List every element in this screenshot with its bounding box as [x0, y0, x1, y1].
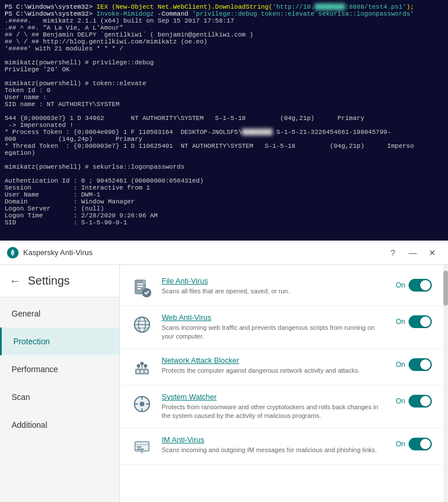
terminal-line: [5, 52, 443, 59]
file-antivirus-info: File Anti-Virus Scans all files that are…: [162, 277, 387, 296]
terminal-line: mimikatz(powershell) # privilege::debug: [5, 59, 443, 66]
web-antivirus-desc: Scans incoming web traffic and prevents …: [162, 323, 387, 341]
minimize-button[interactable]: —: [404, 246, 421, 260]
network-attack-blocker-desc: Protects the computer against dangerous …: [162, 366, 387, 375]
terminal-line: [5, 157, 443, 163]
svg-rect-31: [137, 449, 144, 450]
kaspersky-icon: [7, 247, 19, 259]
web-antivirus-status: On: [396, 318, 405, 326]
sidebar-item-protection[interactable]: Protection: [0, 328, 119, 355]
file-antivirus-toggle[interactable]: On: [396, 279, 432, 292]
terminal-line: mimikatz(powershell) # sekurlsa::logonpa…: [5, 163, 443, 170]
terminal-line: Authentication Id : 0 ; 90452461 (000000…: [5, 177, 443, 184]
terminal-line: * Process Token : {0;0004e096} 1 F 11050…: [5, 129, 443, 136]
sidebar-item-scan-label: Scan: [12, 392, 30, 402]
title-bar: Kaspersky Anti-Virus ? — ✕: [0, 241, 448, 265]
svg-point-20: [144, 364, 147, 368]
terminal-line: Privilege '20' OK: [5, 66, 443, 73]
sidebar-item-general-label: General: [12, 309, 41, 318]
sidebar-item-performance[interactable]: Performance: [0, 355, 119, 383]
terminal-line: [5, 108, 443, 115]
svg-point-19: [140, 362, 144, 365]
terminal-line: [5, 170, 443, 177]
sidebar-item-protection-label: Protection: [13, 337, 50, 346]
terminal-line: 000 (14g,24p) Primary: [5, 136, 443, 143]
terminal-line: mimikatz(powershell) # token::elevate: [5, 80, 443, 87]
system-watcher-status: On: [396, 397, 405, 405]
back-button[interactable]: ←: [9, 274, 21, 288]
terminal-line: .#####. mimikatz 2.1.1 (x64) built on Se…: [5, 17, 443, 24]
main-content: ← Settings General Protection Performanc…: [0, 265, 448, 502]
terminal-line: 544 {0;000003e7} 1 D 34962 NT AUTHORITY\…: [5, 115, 443, 122]
system-watcher-toggle[interactable]: On: [396, 395, 432, 408]
web-antivirus-link[interactable]: Web Anti-Virus: [162, 313, 387, 322]
sidebar: ← Settings General Protection Performanc…: [0, 265, 120, 502]
sidebar-item-general[interactable]: General: [0, 300, 119, 328]
terminal-window: PS C:\Windows\system32> IEX (New-Object …: [0, 0, 448, 241]
system-watcher-link[interactable]: System Watcher: [162, 392, 387, 401]
help-button[interactable]: ?: [384, 246, 402, 260]
kaspersky-window: Kaspersky Anti-Virus ? — ✕ ← Settings Ge…: [0, 241, 448, 502]
close-button[interactable]: ✕: [424, 246, 441, 260]
svg-rect-12: [137, 370, 139, 373]
terminal-line: PS C:\Windows\system32> Invoke-Mimidogz …: [5, 10, 443, 17]
network-attack-blocker-toggle[interactable]: On: [396, 358, 432, 371]
terminal-line: Session : Interactive from 1: [5, 184, 443, 191]
window-title: Kaspersky Anti-Virus: [23, 248, 380, 257]
im-antivirus-switch[interactable]: [409, 438, 432, 450]
terminal-line: Token Id : 0: [5, 87, 443, 94]
network-attack-blocker-item: Network Attack Blocker Protects the comp…: [120, 349, 443, 385]
terminal-line: * Thread Token : {0;000003e7} 1 D 110625…: [5, 143, 443, 150]
web-antivirus-toggle[interactable]: On: [396, 315, 432, 328]
im-antivirus-toggle[interactable]: On: [396, 438, 432, 450]
network-attack-blocker-link[interactable]: Network Attack Blocker: [162, 356, 387, 365]
sidebar-nav: General Protection Performance Scan Addi…: [0, 297, 119, 502]
im-antivirus-status: On: [396, 440, 405, 448]
sidebar-item-additional[interactable]: Additional: [0, 411, 119, 439]
terminal-line: SID name : NT AUTHORITY\SYSTEM: [5, 101, 443, 108]
terminal-line: -> Impersonated !: [5, 122, 443, 129]
terminal-line: [5, 73, 443, 80]
web-antivirus-item: Web Anti-Virus Scans incoming web traffi…: [120, 306, 443, 349]
sidebar-item-scan[interactable]: Scan: [0, 383, 119, 411]
terminal-line: Logon Time : 2/28/2020 9:26:06 AM: [5, 212, 443, 219]
network-attack-blocker-info: Network Attack Blocker Protects the comp…: [162, 356, 387, 375]
im-antivirus-item: IM Anti-Virus Scans incoming and outgoin…: [120, 428, 443, 465]
protection-content: File Anti-Virus Scans all files that are…: [120, 265, 443, 502]
system-watcher-switch[interactable]: [409, 395, 432, 408]
terminal-line: Logon Server : (null): [5, 205, 443, 212]
file-antivirus-switch[interactable]: [409, 279, 432, 292]
svg-point-22: [140, 402, 144, 406]
sidebar-item-performance-label: Performance: [12, 365, 58, 374]
window-controls: ? — ✕: [384, 246, 441, 260]
svg-rect-14: [145, 370, 147, 373]
scrollbar-track[interactable]: [443, 265, 448, 502]
terminal-line: '#####' with 21 modules * * * /: [5, 45, 443, 52]
im-antivirus-icon: [132, 436, 152, 457]
terminal-line: ## \ / ## http://blog.gentilkiwi.com/mim…: [5, 38, 443, 45]
system-watcher-desc: Protects from ransomware and other crypt…: [162, 403, 387, 421]
file-antivirus-link[interactable]: File Anti-Virus: [162, 277, 387, 285]
web-antivirus-switch[interactable]: [409, 315, 432, 328]
im-antivirus-desc: Scans incoming and outgoing IM messages …: [162, 446, 387, 454]
terminal-line: SID : S-1-5-90-0-1: [5, 219, 443, 226]
system-watcher-icon: [132, 394, 152, 414]
file-antivirus-icon: [132, 278, 152, 299]
scrollbar-thumb[interactable]: [443, 271, 448, 305]
im-antivirus-link[interactable]: IM Anti-Virus: [162, 435, 387, 444]
terminal-line: egation): [5, 150, 443, 157]
file-antivirus-desc: Scans all files that are opened, saved, …: [162, 287, 387, 296]
network-attack-blocker-switch[interactable]: [409, 358, 432, 371]
file-antivirus-status: On: [396, 281, 405, 289]
network-attack-blocker-status: On: [396, 361, 405, 369]
system-watcher-info: System Watcher Protects from ransomware …: [162, 392, 387, 421]
svg-rect-30: [137, 446, 141, 448]
terminal-line: ## / \ ## Benjamin DELPY `gentilkiwi` ( …: [5, 31, 443, 38]
sidebar-item-additional-label: Additional: [12, 420, 48, 430]
sidebar-header: ← Settings: [0, 265, 119, 297]
terminal-line: User Name : DWM-1: [5, 191, 443, 198]
svg-rect-2: [137, 283, 143, 285]
terminal-line: PS C:\Windows\system32> IEX (New-Object …: [5, 3, 443, 10]
terminal-line: Domain : Window Manager: [5, 198, 443, 205]
svg-rect-4: [137, 288, 141, 289]
